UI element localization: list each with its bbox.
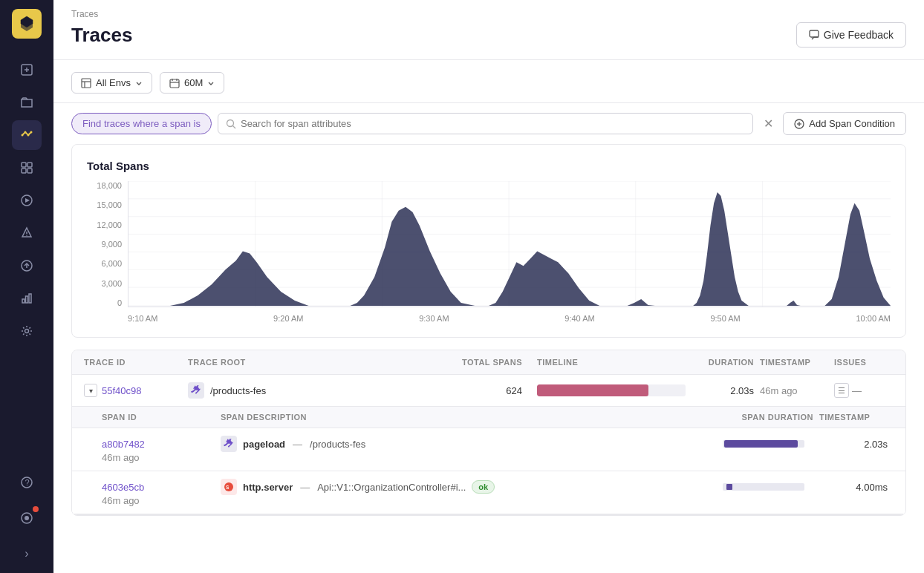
svg-point-24 (25, 516, 29, 520)
svg-marker-12 (25, 198, 30, 203)
span-timeline (723, 440, 804, 448)
chart-container: 18,000 15,000 12,000 9,000 6,000 3,000 0 (87, 181, 891, 330)
total-spans-cell: 624 (448, 385, 537, 396)
chart-plot (128, 181, 891, 307)
clear-search-button[interactable]: ✕ (759, 115, 777, 133)
th-issues: ISSUES (834, 358, 894, 367)
x-label-930: 9:30 AM (419, 314, 449, 323)
time-dropdown[interactable]: 60M (160, 72, 224, 94)
timeline-cell (537, 384, 686, 396)
span-table: SPAN ID SPAN DESCRIPTION SPAN DURATION T… (72, 406, 905, 514)
chart-title: Total Spans (87, 160, 891, 172)
x-label-920: 9:20 AM (273, 314, 303, 323)
sidebar-item-releases[interactable] (12, 251, 42, 281)
y-label-12000: 12,000 (97, 220, 122, 229)
search-input[interactable] (241, 118, 745, 129)
svg-rect-26 (82, 79, 91, 88)
th-duration: DURATION (686, 358, 760, 367)
find-traces-pill[interactable]: Find traces where a span is (71, 113, 212, 134)
trace-root-name: /products-fes (210, 385, 266, 396)
duration-cell: 2.03s (686, 385, 760, 396)
traces-table: TRACE ID TRACE ROOT TOTAL SPANS TIMELINE… (71, 350, 906, 516)
svg-point-6 (30, 131, 33, 134)
span-op-2: http.server (243, 482, 293, 493)
sidebar: ? › (0, 0, 53, 573)
time-icon (169, 78, 180, 88)
issue-icon: ☰ (834, 383, 849, 398)
time-label: 60M (184, 77, 203, 88)
ok-badge: ok (472, 480, 495, 494)
env-dropdown[interactable]: All Envs (71, 72, 152, 94)
svg-rect-10 (27, 168, 32, 173)
svg-line-34 (232, 125, 235, 128)
add-span-condition-button[interactable]: Add Span Condition (783, 112, 906, 135)
span-th-duration: SPAN DURATION (723, 413, 819, 422)
span-desc-cell-2: S http.server — Api::V1::OrganizationCon… (221, 479, 723, 495)
x-axis: 9:10 AM 9:20 AM 9:30 AM 9:40 AM 9:50 AM … (128, 311, 891, 330)
search-icon (226, 119, 236, 129)
svg-rect-7 (22, 163, 26, 167)
trace-root-cell: /products-fes (188, 382, 448, 399)
svg-rect-17 (22, 299, 25, 303)
sidebar-item-help[interactable]: ? (12, 468, 42, 497)
sidebar-expand-button[interactable]: › (12, 543, 42, 564)
svg-rect-25 (810, 30, 819, 37)
svg-point-4 (25, 131, 27, 134)
timeline-bar-bg (537, 384, 686, 396)
timeline-bar-fill (537, 384, 648, 396)
sidebar-item-dashboards[interactable] (12, 153, 42, 183)
svg-point-5 (27, 134, 30, 137)
svg-rect-9 (22, 168, 26, 173)
span-timeline-cell (723, 440, 819, 448)
th-trace-id: TRACE ID (84, 358, 188, 367)
span-timeline-small (726, 484, 732, 490)
span-sep-2: — (300, 482, 310, 493)
th-total-spans: TOTAL SPANS (448, 358, 537, 367)
issues-cell: ☰ — (834, 383, 894, 398)
span-timestamp-cell: 46m ago (102, 452, 221, 463)
sidebar-item-notifications[interactable] (12, 503, 42, 533)
page-header: Traces Traces Give Feedback (53, 0, 924, 60)
sidebar-item-play[interactable] (12, 186, 42, 215)
table-header: TRACE ID TRACE ROOT TOTAL SPANS TIMELINE… (72, 350, 905, 375)
svg-text:S: S (226, 485, 230, 490)
sidebar-bottom: ? › (12, 466, 42, 564)
th-timeline: TIMELINE (537, 358, 686, 367)
span-desc-text-2: Api::V1::OrganizationController#i... (317, 482, 466, 493)
span-row: 4603e5cb S http.server — Api::V1::Organi… (72, 471, 905, 514)
span-timestamp-cell-2: 46m ago (102, 495, 221, 506)
chart-section: Total Spans 18,000 15,000 12,000 9,000 6… (71, 144, 906, 338)
time-chevron-icon (207, 79, 215, 87)
sidebar-item-issues[interactable] (12, 55, 42, 85)
search-wrapper (218, 113, 753, 134)
span-desc-cell: pageload — /products-fes (221, 436, 723, 452)
sidebar-item-tracing[interactable] (12, 120, 42, 150)
svg-point-14 (26, 235, 27, 236)
span-duration-cell-2: 4.00ms (819, 482, 894, 493)
span-id-link-2[interactable]: 4603e5cb (102, 482, 221, 493)
breadcrumb: Traces (71, 9, 906, 19)
sidebar-item-stats[interactable] (12, 284, 42, 313)
logo[interactable] (12, 9, 42, 39)
expand-trace-button[interactable]: ▾ (84, 384, 97, 397)
trace-id-link[interactable]: 55f40c98 (102, 385, 142, 396)
main-content: Traces Traces Give Feedback All Envs (53, 0, 924, 573)
add-condition-label: Add Span Condition (809, 118, 895, 129)
y-label-18000: 18,000 (97, 181, 122, 190)
trace-main-row: ▾ 55f40c98 /products-fes 624 (72, 375, 905, 406)
env-label: All Envs (96, 77, 131, 88)
span-sep: — (293, 439, 302, 450)
sidebar-item-alerts[interactable] (12, 218, 42, 248)
sidebar-item-projects[interactable] (12, 88, 42, 117)
span-service-icon-2: S (221, 479, 237, 495)
svg-text:?: ? (25, 478, 30, 487)
give-feedback-button[interactable]: Give Feedback (796, 22, 906, 48)
sidebar-item-settings[interactable] (12, 316, 42, 346)
span-th-description: SPAN DESCRIPTION (221, 413, 723, 422)
span-id-link[interactable]: a80b7482 (102, 439, 221, 450)
svg-point-20 (25, 330, 29, 333)
env-chevron-icon (135, 79, 143, 87)
span-desc-text: /products-fes (310, 439, 365, 450)
span-service-icon (221, 436, 237, 452)
svg-rect-18 (26, 296, 28, 303)
